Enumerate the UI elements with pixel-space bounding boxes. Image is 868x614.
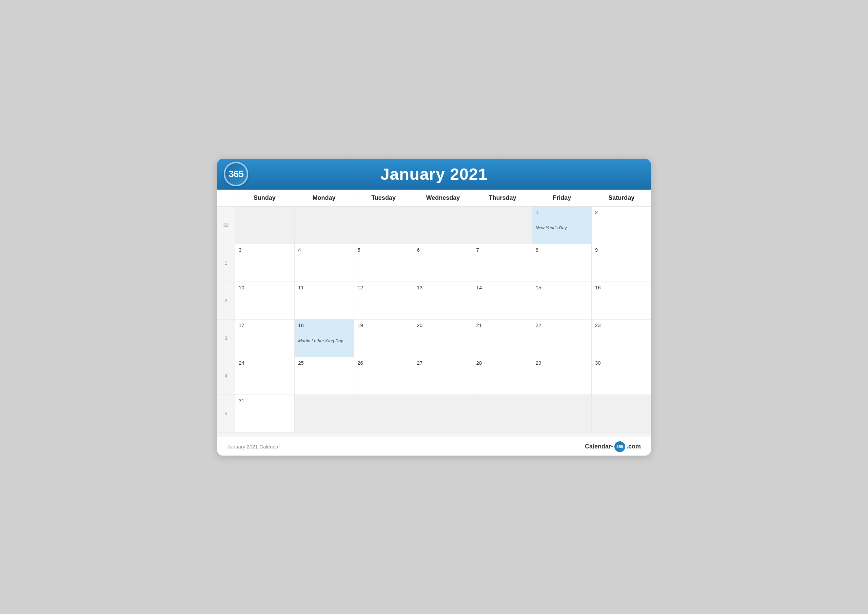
day-number: 1 (536, 209, 588, 215)
day-number: 4 (298, 247, 350, 253)
day-number: 27 (417, 360, 469, 366)
day-cell-empty-5-4[interactable] (473, 395, 532, 432)
holiday-label: Martin Luther King Day (298, 338, 350, 343)
day-number: 26 (357, 360, 409, 366)
day-number: 5 (357, 247, 409, 253)
day-cell-5[interactable]: 5 (354, 244, 413, 281)
day-cell-20[interactable]: 20 (413, 320, 472, 357)
day-number: 19 (357, 322, 409, 328)
calendar-footer: January 2021 Calendar Calendar- 365 .com (217, 437, 651, 455)
footer-brand-post: .com (626, 443, 641, 450)
day-cell-16[interactable]: 16 (592, 282, 651, 319)
day-cell-28[interactable]: 28 (473, 357, 532, 395)
day-cell-empty-0-4[interactable] (473, 207, 532, 244)
day-number: 20 (417, 322, 469, 328)
day-cell-empty-5-3[interactable] (413, 395, 472, 432)
day-cell-8[interactable]: 8 (532, 244, 591, 281)
logo-circle: 365 (224, 162, 248, 186)
day-number: 3 (239, 247, 291, 253)
calendar-page: 365 January 2021 SundayMondayTuesdayWedn… (217, 159, 651, 455)
day-cell-empty-0-2[interactable] (354, 207, 413, 244)
day-number: 11 (298, 284, 350, 291)
day-cell-12[interactable]: 12 (354, 282, 413, 319)
day-header-thursday: Thursday (473, 190, 532, 206)
day-cell-empty-5-1[interactable] (294, 395, 353, 432)
holiday-label: New Year's Day (536, 225, 588, 230)
footer-left-text: January 2021 Calendar (227, 444, 280, 449)
day-cell-2[interactable]: 2 (592, 207, 651, 244)
week-number-5: 5 (217, 395, 235, 432)
day-cell-19[interactable]: 19 (354, 320, 413, 357)
day-cell-30[interactable]: 30 (592, 357, 651, 395)
day-number: 14 (476, 284, 529, 291)
day-cell-empty-5-5[interactable] (532, 395, 591, 432)
day-number: 2 (595, 209, 647, 215)
day-cell-29[interactable]: 29 (532, 357, 591, 395)
week-number-0: 53 (217, 207, 235, 244)
week-number-2: 2 (217, 282, 235, 319)
day-number: 23 (595, 322, 647, 328)
footer-brand-pre: Calendar- (585, 443, 613, 450)
page-title: January 2021 (380, 165, 488, 183)
day-number: 13 (417, 284, 469, 291)
day-cell-11[interactable]: 11 (294, 282, 353, 319)
day-cell-14[interactable]: 14 (473, 282, 532, 319)
day-number: 25 (298, 360, 350, 366)
day-header-friday: Friday (532, 190, 591, 206)
day-cell-7[interactable]: 7 (473, 244, 532, 281)
day-cell-empty-0-1[interactable] (294, 207, 353, 244)
day-number: 7 (476, 247, 529, 253)
footer-logo-circle: 365 (614, 441, 625, 452)
calendar-container: SundayMondayTuesdayWednesdayThursdayFrid… (217, 190, 651, 437)
day-cell-21[interactable]: 21 (473, 320, 532, 357)
day-header-saturday: Saturday (592, 190, 651, 206)
day-cell-10[interactable]: 10 (235, 282, 294, 319)
day-cell-24[interactable]: 24 (235, 357, 294, 395)
day-number: 29 (536, 360, 588, 366)
calendar-header: 365 January 2021 (217, 159, 651, 190)
day-number: 10 (239, 284, 291, 291)
day-number: 6 (417, 247, 469, 253)
day-cell-13[interactable]: 13 (413, 282, 472, 319)
day-cell-26[interactable]: 26 (354, 357, 413, 395)
day-cell-15[interactable]: 15 (532, 282, 591, 319)
day-cell-31[interactable]: 31 (235, 395, 294, 432)
day-number: 22 (536, 322, 588, 328)
day-cell-18[interactable]: 18Martin Luther King Day (294, 320, 353, 357)
day-number: 15 (536, 284, 588, 291)
day-header-sunday: Sunday (235, 190, 294, 206)
day-cell-empty-5-6[interactable] (592, 395, 651, 432)
day-number: 17 (239, 322, 291, 328)
day-cell-17[interactable]: 17 (235, 320, 294, 357)
day-number: 30 (595, 360, 647, 366)
day-number: 18 (298, 322, 350, 328)
day-number: 12 (357, 284, 409, 291)
day-number: 16 (595, 284, 647, 291)
day-cell-9[interactable]: 9 (592, 244, 651, 281)
day-cell-27[interactable]: 27 (413, 357, 472, 395)
day-cell-22[interactable]: 22 (532, 320, 591, 357)
day-cell-empty-0-0[interactable] (235, 207, 294, 244)
day-cell-3[interactable]: 3 (235, 244, 294, 281)
day-number: 28 (476, 360, 529, 366)
day-cell-empty-0-3[interactable] (413, 207, 472, 244)
footer-right-brand: Calendar- 365 .com (585, 441, 641, 452)
day-cell-4[interactable]: 4 (294, 244, 353, 281)
day-header-monday: Monday (294, 190, 353, 206)
day-cell-1[interactable]: 1New Year's Day (532, 207, 591, 244)
day-cell-empty-5-2[interactable] (354, 395, 413, 432)
day-header-tuesday: Tuesday (353, 190, 413, 206)
day-number: 21 (476, 322, 529, 328)
day-number: 24 (239, 360, 291, 366)
day-number: 31 (239, 398, 291, 403)
day-cell-6[interactable]: 6 (413, 244, 472, 281)
day-cell-25[interactable]: 25 (294, 357, 353, 395)
day-cell-23[interactable]: 23 (592, 320, 651, 357)
calendar-grid: 531New Year's Day21345678921011121314151… (217, 207, 651, 432)
day-number: 8 (536, 247, 588, 253)
week-number-header-spacer (217, 190, 235, 206)
day-header-wednesday: Wednesday (413, 190, 472, 206)
week-number-4: 4 (217, 357, 235, 395)
day-headers-row: SundayMondayTuesdayWednesdayThursdayFrid… (217, 190, 651, 207)
week-number-3: 3 (217, 320, 235, 357)
